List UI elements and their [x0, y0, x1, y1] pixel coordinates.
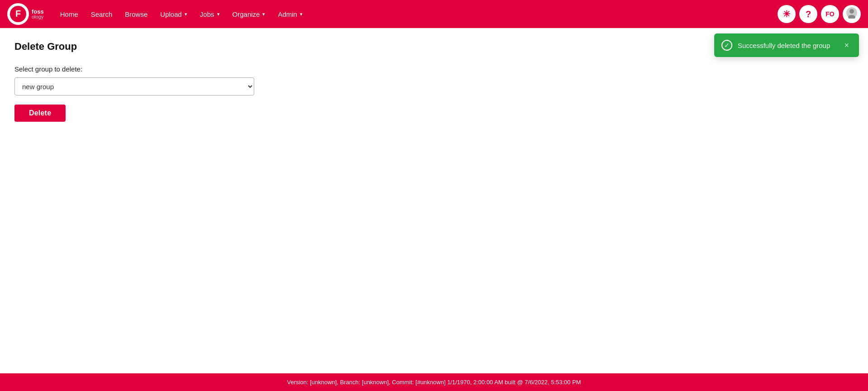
theme-toggle-button[interactable]: ☀: [778, 5, 796, 23]
delete-group-form: Select group to delete: new group Delete: [14, 65, 854, 122]
delete-button[interactable]: Delete: [14, 105, 66, 122]
user-avatar-icon: [846, 7, 858, 21]
question-icon: ?: [806, 9, 811, 19]
footer: Version: [unknown], Branch: [unknown], C…: [0, 373, 868, 391]
nav-jobs[interactable]: Jobs ▾: [194, 7, 225, 22]
sun-icon: ☀: [783, 9, 791, 19]
logo-bottom-text: ology: [32, 14, 44, 19]
nav-admin[interactable]: Admin ▾: [272, 7, 308, 22]
footer-text: Version: [unknown], Branch: [unknown], C…: [287, 379, 581, 386]
navbar: F foss ology Home Search Browse Upload ▾…: [0, 0, 868, 28]
logo-icon: F: [7, 3, 29, 25]
user-profile-button[interactable]: [843, 5, 861, 23]
toast-close-button[interactable]: ×: [843, 41, 850, 49]
success-toast: ✓ Successfully deleted the group ×: [714, 33, 859, 57]
user-initials-button[interactable]: FO: [821, 5, 839, 23]
organize-dropdown-arrow: ▾: [262, 11, 265, 17]
nav-search[interactable]: Search: [85, 7, 118, 22]
nav-upload[interactable]: Upload ▾: [155, 7, 193, 22]
toast-check-icon: ✓: [721, 40, 732, 51]
group-select[interactable]: new group: [14, 77, 254, 95]
nav-organize[interactable]: Organize ▾: [227, 7, 271, 22]
nav-browse[interactable]: Browse: [119, 7, 153, 22]
main-content: Delete Group Select group to delete: new…: [0, 28, 868, 373]
toast-message-text: Successfully deleted the group: [738, 42, 838, 49]
svg-text:F: F: [15, 9, 21, 19]
logo-link[interactable]: F foss ology: [7, 3, 44, 25]
jobs-dropdown-arrow: ▾: [217, 11, 220, 17]
nav-home[interactable]: Home: [55, 7, 84, 22]
admin-dropdown-arrow: ▾: [300, 11, 303, 17]
upload-dropdown-arrow: ▾: [185, 11, 187, 17]
user-initials-label: FO: [825, 10, 834, 18]
svg-point-3: [849, 9, 854, 14]
select-label: Select group to delete:: [14, 65, 854, 73]
nav-right-icons: ☀ ? FO: [778, 5, 861, 23]
nav-links: Home Search Browse Upload ▾ Jobs ▾ Organ…: [55, 7, 778, 22]
help-button[interactable]: ?: [799, 5, 817, 23]
